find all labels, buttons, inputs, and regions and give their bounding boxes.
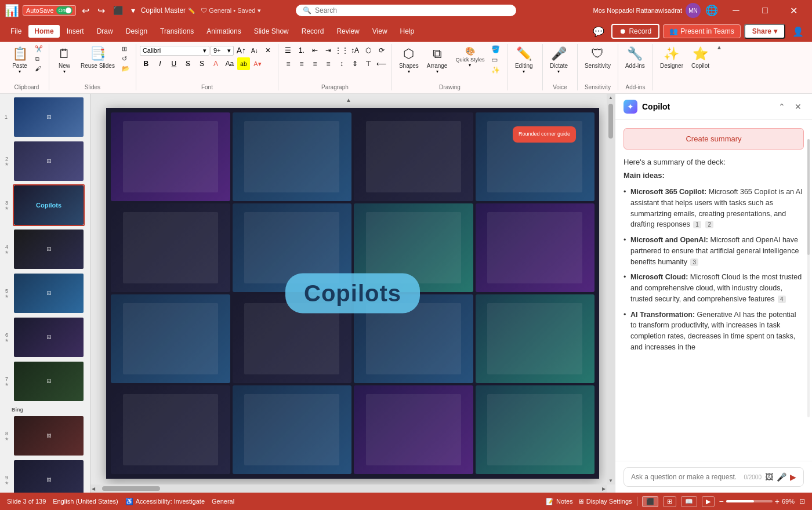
- avatar[interactable]: MN: [686, 3, 701, 18]
- zoom-control[interactable]: − + 69%: [719, 497, 795, 506]
- customize-button[interactable]: ⬛: [111, 5, 125, 16]
- cite-1-2[interactable]: 2: [705, 221, 713, 228]
- paste-dropdown[interactable]: ▾: [19, 69, 21, 74]
- highlight-button[interactable]: ab: [237, 57, 250, 70]
- fit-page-button[interactable]: ⊡: [799, 497, 805, 505]
- copilot-scrollbar[interactable]: [807, 139, 810, 417]
- fill-color-button[interactable]: 🪣: [489, 44, 502, 54]
- cite-1-1[interactable]: 1: [693, 221, 701, 228]
- quick-styles-button[interactable]: 🎨 Quick Styles ▾: [452, 44, 488, 70]
- comments-button[interactable]: 💬: [589, 24, 608, 39]
- smartart-button[interactable]: ⬡: [362, 44, 375, 57]
- align-right-button[interactable]: ≡: [309, 57, 321, 70]
- create-summary-button[interactable]: Create summary: [624, 128, 804, 150]
- general-status[interactable]: General: [212, 498, 234, 505]
- slide-4-thumb[interactable]: 4 ★ 🖼: [13, 228, 85, 270]
- reset-button[interactable]: ↺: [119, 54, 132, 64]
- menu-transitions[interactable]: Transitions: [154, 25, 200, 38]
- outline-color-button[interactable]: ▭: [489, 54, 502, 65]
- globe-icon[interactable]: 🌐: [705, 4, 718, 17]
- font-size-dropdown[interactable]: 9+ ▾: [211, 46, 234, 56]
- underline-button[interactable]: U: [168, 57, 180, 70]
- notes-button[interactable]: 📝 Notes: [546, 498, 573, 505]
- convert-button[interactable]: ⟳: [375, 44, 388, 57]
- menu-review[interactable]: Review: [331, 25, 365, 38]
- search-bar[interactable]: 🔍: [296, 5, 516, 16]
- slide-5-thumb[interactable]: 5 ★ 🖼: [13, 272, 85, 314]
- redo-button[interactable]: ↪: [95, 4, 107, 17]
- more-button[interactable]: ▾: [129, 5, 137, 16]
- shapes-dropdown[interactable]: ▾: [408, 69, 410, 74]
- menu-animations[interactable]: Animations: [201, 25, 246, 38]
- menu-file[interactable]: File: [5, 25, 27, 38]
- normal-view-button[interactable]: ⬛: [642, 496, 658, 507]
- slide-sorter-button[interactable]: ⊞: [663, 496, 676, 507]
- scroll-up[interactable]: ▲: [90, 94, 607, 105]
- increase-font-button[interactable]: A↑: [235, 44, 248, 57]
- reading-view-button[interactable]: 📖: [681, 496, 697, 507]
- autosave-toggle[interactable]: On: [56, 6, 72, 14]
- slide-1-thumb[interactable]: 1 🖼: [13, 96, 85, 138]
- autosave-badge[interactable]: AutoSave On: [23, 5, 76, 16]
- increase-indent-button[interactable]: ⇥: [322, 44, 335, 57]
- copilot-close-button[interactable]: ✕: [792, 101, 804, 112]
- people-button[interactable]: 👤: [789, 24, 807, 39]
- language-status[interactable]: English (United States): [53, 498, 118, 505]
- send-button[interactable]: ▶: [790, 472, 796, 482]
- menu-insert[interactable]: Insert: [61, 25, 90, 38]
- vertical-scrollbar[interactable]: ▲ ▼: [607, 94, 615, 485]
- slide-8-thumb[interactable]: 8 ★ 🖼: [13, 415, 85, 457]
- decrease-font-button[interactable]: A↓: [248, 44, 261, 57]
- bullets-button[interactable]: ☰: [282, 44, 295, 57]
- slide-canvas[interactable]: Rounded corner guide Copilots: [106, 108, 599, 479]
- slide-6-thumb[interactable]: 6 ★ 🖼: [13, 316, 85, 358]
- align-left-button[interactable]: ≡: [282, 57, 295, 70]
- quick-styles-dropdown[interactable]: ▾: [469, 63, 471, 68]
- undo-button[interactable]: ↩: [79, 4, 92, 17]
- restore-button[interactable]: □: [752, 0, 778, 21]
- align-center-button[interactable]: ≡: [295, 57, 308, 70]
- minimize-button[interactable]: ─: [723, 0, 749, 21]
- mic-button[interactable]: 🎤: [777, 472, 786, 482]
- shadow-button[interactable]: S: [195, 57, 208, 70]
- copilot-minimize-button[interactable]: ⌃: [776, 101, 788, 112]
- designer-button[interactable]: ✨ Designer: [657, 44, 687, 71]
- present-teams-button[interactable]: 👥 Present in Teams: [663, 24, 741, 38]
- text-direction-button[interactable]: ↕A: [349, 44, 361, 57]
- image-button[interactable]: 🖼: [765, 472, 773, 482]
- copilot-ribbon-button[interactable]: ⭐ Copilot: [688, 44, 713, 71]
- cut-button[interactable]: ✂️ ✂: [32, 44, 45, 54]
- font-color-button[interactable]: A: [209, 57, 222, 70]
- slide-7-thumb[interactable]: 7 ★ 🖼: [13, 360, 85, 402]
- record-button[interactable]: ⏺ Record: [611, 24, 659, 39]
- line-spacing-button[interactable]: ↕: [335, 57, 348, 70]
- columns-button[interactable]: ⋮⋮: [335, 44, 348, 57]
- addins-button[interactable]: 🔧 Add-ins: [622, 44, 648, 71]
- format-painter-button[interactable]: 🖌: [32, 64, 45, 73]
- scroll-left-arrow[interactable]: ◀: [90, 485, 96, 493]
- arrange-dropdown[interactable]: ▾: [436, 69, 438, 74]
- clear-font-button[interactable]: ✕: [262, 44, 274, 57]
- scroll-thumb-vertical[interactable]: [608, 104, 613, 139]
- effects-button[interactable]: ✨: [489, 65, 502, 75]
- copy-button[interactable]: ⧉: [32, 54, 45, 64]
- menu-view[interactable]: View: [367, 25, 393, 38]
- para-spacing-button[interactable]: ⇕: [349, 57, 361, 70]
- horizontal-scrollbar[interactable]: ◀ ▶: [90, 485, 607, 493]
- menu-record[interactable]: Record: [296, 25, 330, 38]
- copilot-input-area[interactable]: 0/2000 🖼 🎤 ▶: [624, 467, 804, 487]
- arrange-button[interactable]: ⧉ Arrange ▾: [423, 44, 451, 76]
- new-slide-dropdown[interactable]: ▾: [63, 69, 66, 74]
- font-family-dropdown[interactable]: Calibri ▾: [140, 46, 209, 56]
- scroll-up-arrow[interactable]: ▲: [607, 94, 614, 101]
- close-button[interactable]: ✕: [781, 0, 807, 21]
- cite-3-1[interactable]: 4: [778, 296, 786, 303]
- slide-3-thumb[interactable]: 3 ★ Copilots: [13, 184, 85, 226]
- menu-design[interactable]: Design: [120, 25, 153, 38]
- menu-home[interactable]: Home: [28, 25, 59, 38]
- section-button[interactable]: 📂: [119, 64, 132, 74]
- reuse-slides-button[interactable]: 📑 Reuse Slides: [77, 44, 118, 71]
- presenter-view-button[interactable]: ▶: [702, 496, 715, 507]
- menu-draw[interactable]: Draw: [91, 25, 119, 38]
- numbered-list-button[interactable]: 1.: [295, 44, 308, 57]
